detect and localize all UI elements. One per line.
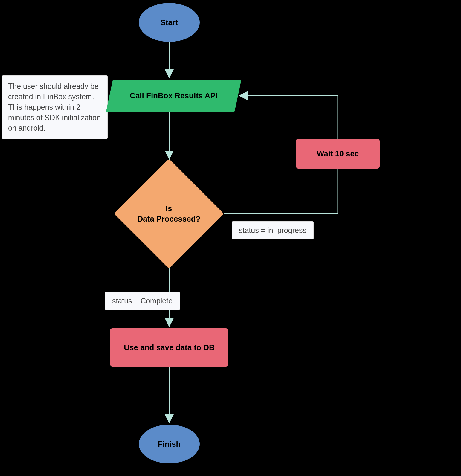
save-db-label: Use and save data to DB — [124, 343, 214, 352]
decision-line1: Is — [166, 204, 172, 213]
wait-label: Wait 10 sec — [317, 149, 359, 158]
note-in-progress: status = in_progress — [232, 221, 314, 239]
note-complete-text: status = Complete — [112, 296, 173, 306]
start-label: Start — [160, 18, 178, 27]
wait-node: Wait 10 sec — [296, 139, 380, 169]
note-complete: status = Complete — [105, 292, 180, 310]
note-in-progress-text: status = in_progress — [239, 225, 306, 236]
call-api-label: Call FinBox Results API — [130, 91, 218, 100]
finish-node: Finish — [139, 425, 200, 463]
finish-label: Finish — [158, 440, 181, 449]
start-node: Start — [139, 3, 200, 42]
note-user-created: The user should already be created in Fi… — [2, 75, 108, 139]
decision-node: Is Data Processed? — [114, 158, 224, 269]
save-db-node: Use and save data to DB — [110, 328, 228, 367]
note-user-text: The user should already be created in Fi… — [8, 81, 101, 133]
call-api-node: Call FinBox Results API — [109, 80, 238, 112]
decision-line2: Data Processed? — [138, 214, 201, 223]
flowchart: Start The user should already be created… — [0, 0, 461, 476]
connectors — [0, 0, 461, 476]
decision-label: Is Data Processed? — [138, 203, 201, 224]
